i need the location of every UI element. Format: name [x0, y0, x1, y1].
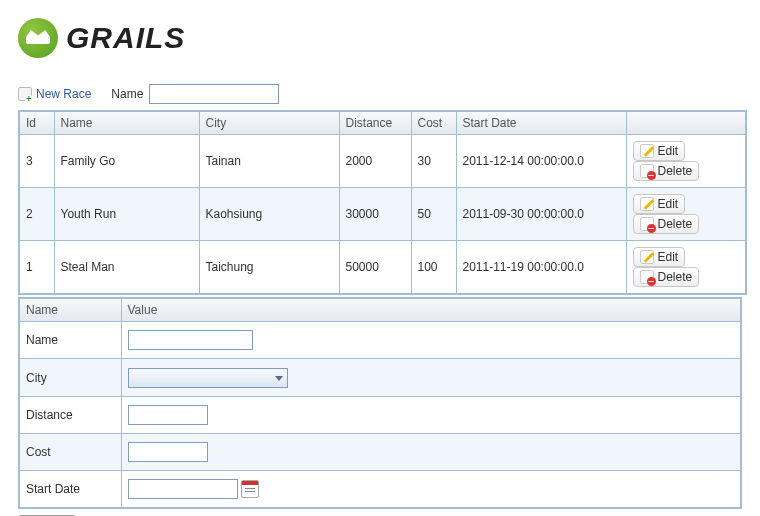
cell-distance: 2000 [339, 135, 411, 188]
cell-name: Steal Man [54, 241, 199, 295]
col-distance[interactable]: Distance [339, 111, 411, 135]
start-date-input[interactable] [128, 479, 238, 499]
cell-city: Tainan [199, 135, 339, 188]
city-select[interactable] [128, 368, 288, 388]
edit-icon [640, 144, 654, 158]
form-row-distance: Distance [19, 397, 741, 434]
cell-actions: EditDelete [626, 135, 746, 188]
edit-icon [640, 197, 654, 211]
delete-button[interactable]: Delete [633, 267, 700, 287]
name-filter-label: Name [111, 87, 143, 101]
edit-icon [640, 250, 654, 264]
cell-city: Kaohsiung [199, 188, 339, 241]
delete-label: Delete [658, 217, 693, 231]
edit-label: Edit [658, 144, 679, 158]
table-row: 2Youth RunKaohsiung30000502011-09-30 00:… [19, 188, 746, 241]
name-filter-input[interactable] [149, 84, 279, 104]
grails-icon [18, 18, 58, 58]
form-label-distance: Distance [19, 397, 121, 434]
delete-icon [640, 164, 654, 178]
edit-button[interactable]: Edit [633, 194, 686, 214]
col-city[interactable]: City [199, 111, 339, 135]
cell-id: 3 [19, 135, 54, 188]
chevron-down-icon [275, 376, 283, 381]
delete-label: Delete [658, 164, 693, 178]
delete-label: Delete [658, 270, 693, 284]
table-row: 1Steal ManTaichung500001002011-11-19 00:… [19, 241, 746, 295]
form-label-cost: Cost [19, 434, 121, 471]
add-icon [18, 87, 32, 101]
name-input[interactable] [128, 330, 253, 350]
col-name[interactable]: Name [54, 111, 199, 135]
delete-icon [640, 270, 654, 284]
cell-cost: 100 [411, 241, 456, 295]
col-start-date[interactable]: Start Date [456, 111, 626, 135]
brand-logo: GRAILS [18, 18, 742, 58]
form-row-city: City [19, 359, 741, 397]
form-row-start-date: Start Date [19, 471, 741, 509]
toolbar: New Race Name [18, 82, 742, 106]
cell-id: 2 [19, 188, 54, 241]
col-id[interactable]: Id [19, 111, 54, 135]
form-col-value: Value [121, 298, 741, 322]
cell-city: Taichung [199, 241, 339, 295]
form-label-name: Name [19, 322, 121, 359]
cell-distance: 30000 [339, 188, 411, 241]
cell-name: Family Go [54, 135, 199, 188]
edit-button[interactable]: Edit [633, 247, 686, 267]
edit-label: Edit [658, 250, 679, 264]
col-cost[interactable]: Cost [411, 111, 456, 135]
create-form: Name Value Name City Distance Cost [18, 297, 742, 509]
brand-text: GRAILS [66, 21, 185, 55]
delete-icon [640, 217, 654, 231]
cell-actions: EditDelete [626, 188, 746, 241]
cell-cost: 30 [411, 135, 456, 188]
cell-id: 1 [19, 241, 54, 295]
race-table: Id Name City Distance Cost Start Date 3F… [18, 110, 747, 295]
form-row-name: Name [19, 322, 741, 359]
calendar-icon[interactable] [241, 480, 259, 498]
form-row-cost: Cost [19, 434, 741, 471]
form-col-name: Name [19, 298, 121, 322]
cell-cost: 50 [411, 188, 456, 241]
col-actions [626, 111, 746, 135]
cell-distance: 50000 [339, 241, 411, 295]
cell-start_date: 2011-09-30 00:00:00.0 [456, 188, 626, 241]
cost-input[interactable] [128, 442, 208, 462]
cell-start_date: 2011-11-19 00:00:00.0 [456, 241, 626, 295]
table-row: 3Family GoTainan2000302011-12-14 00:00:0… [19, 135, 746, 188]
new-race-label: New Race [36, 87, 91, 101]
distance-input[interactable] [128, 405, 208, 425]
cell-start_date: 2011-12-14 00:00:00.0 [456, 135, 626, 188]
new-race-link[interactable]: New Race [18, 87, 91, 101]
edit-button[interactable]: Edit [633, 141, 686, 161]
form-label-start-date: Start Date [19, 471, 121, 509]
name-filter: Name [111, 84, 279, 104]
cell-actions: EditDelete [626, 241, 746, 295]
edit-label: Edit [658, 197, 679, 211]
table-header-row: Id Name City Distance Cost Start Date [19, 111, 746, 135]
delete-button[interactable]: Delete [633, 214, 700, 234]
form-header-row: Name Value [19, 298, 741, 322]
delete-button[interactable]: Delete [633, 161, 700, 181]
cell-name: Youth Run [54, 188, 199, 241]
form-label-city: City [19, 359, 121, 397]
